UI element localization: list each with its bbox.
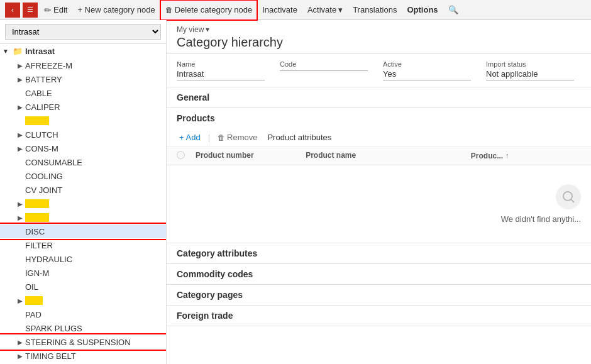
tree-toggle[interactable]: ▶: [15, 130, 25, 140]
tree-root-item[interactable]: ▼ 📁 Intrasat: [0, 44, 166, 58]
tree-root-icon: 📁: [13, 47, 23, 56]
intrasat-dropdown[interactable]: Intrasat: [5, 24, 161, 40]
yellow-label-3: [25, 213, 49, 222]
tree-toggle[interactable]: ▶: [15, 337, 25, 347]
tree-toggle[interactable]: ▶: [15, 102, 25, 112]
toolbar: ‹ ☰ ✏ Edit + New category node 🗑 Delete …: [0, 0, 591, 20]
yellow-label-1: [25, 116, 49, 125]
tree-item-cv-joint[interactable]: ▶ CV JOINT: [0, 183, 166, 197]
delete-category-node-button[interactable]: 🗑 Delete category node: [162, 1, 257, 19]
tree-toggle[interactable]: ▶: [15, 295, 25, 306]
svg-point-0: [563, 192, 572, 201]
tree-item-ign-m[interactable]: ▶ IGN-M: [0, 266, 166, 280]
toolbar-divider: |: [208, 133, 210, 142]
col-product-number-header: Product number: [196, 151, 306, 161]
tree-item-steering-suspension[interactable]: ▶ STEERING & SUSPENSION: [0, 335, 166, 349]
tree-item-cooling[interactable]: ▶ COOLING: [0, 169, 166, 183]
page-title: Category hierarchy: [177, 35, 581, 50]
section-general: General: [167, 87, 591, 108]
tree-item-yellow4[interactable]: ▶: [0, 294, 166, 307]
section-products-header[interactable]: Products: [167, 108, 591, 128]
col-product-name-header: Product name: [306, 151, 471, 161]
inactivate-button[interactable]: Inactivate: [258, 1, 301, 19]
fields-row: Name Intrasat Code Active Yes Import sta…: [167, 54, 591, 87]
search-watermark-icon: [561, 190, 575, 204]
tree-item-hydraulic[interactable]: ▶ HYDRAULIC: [0, 252, 166, 266]
empty-state: We didn't find anythi...: [167, 165, 591, 243]
tree-item-afreeze-m[interactable]: ▶ AFREEZE-M: [0, 58, 166, 72]
products-toolbar: + Add | 🗑 Remove Product attributes: [167, 128, 591, 147]
section-general-header[interactable]: General: [167, 87, 591, 108]
intrasat-dropdown-container: Intrasat: [0, 20, 166, 44]
svg-line-1: [571, 199, 574, 202]
tree-item-spark-plugs[interactable]: ▶ SPARK PLUGS: [0, 321, 166, 335]
remove-icon: 🗑: [218, 133, 225, 142]
section-category-pages[interactable]: Category pages: [167, 285, 591, 306]
search-icon: 🔍: [448, 5, 458, 14]
tree-item-pad[interactable]: ▶ PAD: [0, 307, 166, 321]
tree-item-filter[interactable]: ▶ FILTER: [0, 238, 166, 252]
delete-icon: 🗑: [165, 6, 173, 14]
field-name: Name Intrasat: [177, 60, 265, 80]
options-button[interactable]: Options: [403, 1, 441, 19]
edit-button[interactable]: ✏ Edit: [40, 1, 71, 19]
products-table: Product number Product name Produc... ↑ …: [167, 147, 591, 243]
content-area: My view ▾ Category hierarchy Name Intras…: [167, 20, 591, 364]
tree-item-cons-m[interactable]: ▶ CONS-M: [0, 141, 166, 155]
my-view-chevron: ▾: [206, 25, 209, 34]
hamburger-button[interactable]: ☰: [23, 3, 38, 18]
sidebar: Intrasat ▼ 📁 Intrasat ▶ AFREEZE-M ▶ BATT…: [0, 20, 167, 364]
tree-toggle[interactable]: ▶: [15, 212, 25, 223]
select-all-radio[interactable]: [177, 151, 185, 159]
section-commodity-codes[interactable]: Commodity codes: [167, 264, 591, 285]
product-attributes-button[interactable]: Product attributes: [265, 131, 334, 144]
tree-item-cable[interactable]: ▶ CABLE: [0, 86, 166, 100]
main-container: Intrasat ▼ 📁 Intrasat ▶ AFREEZE-M ▶ BATT…: [0, 20, 591, 364]
empty-state-icon: [556, 184, 581, 209]
tree-item-clutch[interactable]: ▶ CLUTCH: [0, 128, 166, 141]
tree-toggle[interactable]: ▶: [15, 143, 25, 153]
field-import-status: Import status Not applicable: [486, 60, 574, 80]
tree-item-oil[interactable]: ▶ OIL: [0, 280, 166, 294]
back-button[interactable]: ‹: [5, 3, 20, 18]
add-product-button[interactable]: + Add: [177, 131, 203, 144]
translations-button[interactable]: Translations: [349, 1, 400, 19]
products-table-header: Product number Product name Produc... ↑: [167, 147, 591, 165]
tree-item-timing-belt[interactable]: ▶ TIMING BELT: [0, 349, 166, 363]
edit-icon: ✏: [44, 5, 52, 15]
yellow-label-2: [25, 199, 49, 208]
col-product-category-header: Produc... ↑: [471, 151, 581, 161]
tree-toggle[interactable]: ▶: [15, 74, 25, 84]
tree-item-battery[interactable]: ▶ BATTERY: [0, 72, 166, 86]
remove-product-button[interactable]: 🗑 Remove: [215, 131, 260, 144]
content-header: My view ▾ Category hierarchy: [167, 20, 591, 54]
my-view-selector[interactable]: My view ▾: [177, 25, 581, 34]
field-code: Code: [280, 60, 368, 80]
yellow-label-4: [25, 296, 43, 305]
tree-toggle[interactable]: ▶: [15, 60, 25, 70]
tree-item-consumable[interactable]: ▶ CONSUMABLE: [0, 155, 166, 169]
section-products: Products + Add | 🗑 Remove Product attrib…: [167, 108, 591, 243]
tree-toggle[interactable]: ▶: [15, 351, 25, 361]
tree-root-toggle[interactable]: ▼: [3, 48, 11, 55]
activate-button[interactable]: Activate ▾: [304, 1, 346, 19]
field-active: Active Yes: [383, 60, 471, 80]
new-category-node-button[interactable]: + New category node: [74, 1, 158, 19]
tree-toggle[interactable]: ▶: [15, 199, 25, 209]
section-foreign-trade[interactable]: Foreign trade: [167, 306, 591, 326]
tree-item-yellow1[interactable]: ▶: [0, 114, 166, 128]
tree-item-yellow3[interactable]: ▶: [0, 211, 166, 224]
tree-root-label: Intrasat: [25, 47, 55, 56]
tree-item-caliper[interactable]: ▶ CALIPER: [0, 100, 166, 114]
tree-item-disc[interactable]: ▶ DISC: [0, 224, 166, 238]
section-category-attributes[interactable]: Category attributes: [167, 243, 591, 264]
tree-item-yellow2[interactable]: ▶: [0, 197, 166, 211]
activate-dropdown-arrow: ▾: [338, 5, 343, 14]
search-button[interactable]: 🔍: [445, 1, 462, 19]
col-checkbox-header: [177, 151, 196, 161]
